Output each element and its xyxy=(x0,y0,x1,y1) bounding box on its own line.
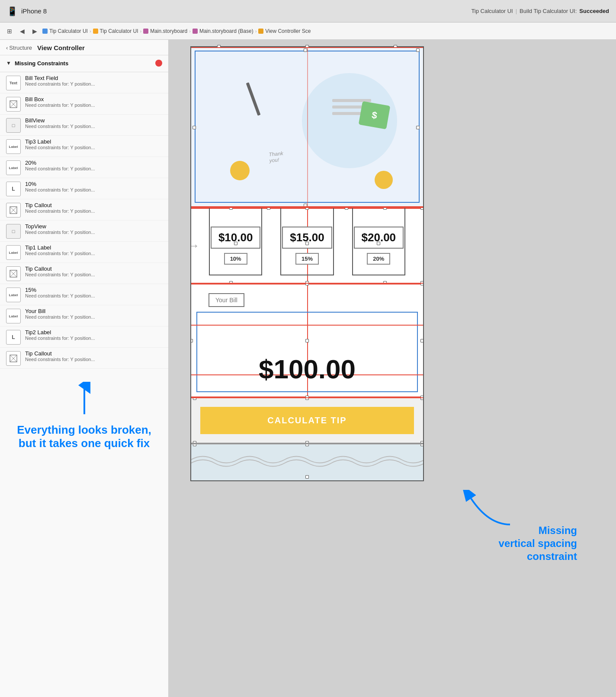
item-name: Bill Text Field xyxy=(25,75,95,81)
up-arrow-icon xyxy=(76,382,93,416)
handle-dot xyxy=(191,339,193,342)
item-desc: Need constraints for: Y position... xyxy=(25,166,95,171)
breadcrumb-label-5: View Controller Sce xyxy=(265,28,311,34)
handle-dot xyxy=(304,204,307,207)
your-bill-label: Your Bill xyxy=(209,293,244,307)
label-icon: Label xyxy=(6,288,21,302)
list-item[interactable]: □ TopView Need constraints for: Y positi… xyxy=(0,221,168,242)
item-name: Tip Callout xyxy=(25,350,95,357)
structure-label: Structure xyxy=(9,45,32,51)
list-item[interactable]: Tip Callout Need constraints for: Y posi… xyxy=(0,263,168,284)
view-icon: □ xyxy=(6,224,21,239)
item-desc: Need constraints for: Y position... xyxy=(25,208,95,214)
panel-header: ‹ Structure View Controller xyxy=(0,40,168,55)
item-text-group: Bill Box Need constraints for: Y positio… xyxy=(25,96,95,108)
breadcrumb-item-1[interactable]: Tip Calculator UI xyxy=(42,28,88,34)
handle-dot xyxy=(305,284,309,285)
wavy-section xyxy=(191,444,423,480)
breadcrumb-label-3: Main.storyboard xyxy=(150,28,187,34)
item-text-group: Tip3 Label Need constraints for: Y posit… xyxy=(25,138,95,150)
tip-group-3: $20.00 20% xyxy=(354,227,404,265)
breadcrumb-item-2[interactable]: Tip Calculator UI xyxy=(93,28,138,34)
item-text-group: Tip2 Label Need constraints for: Y posit… xyxy=(25,329,95,341)
wavy-lines-icon xyxy=(191,451,423,468)
item-name: 20% xyxy=(25,160,95,166)
item-name: TopView xyxy=(25,223,95,230)
list-item[interactable]: L Tip2 Label Need constraints for: Y pos… xyxy=(0,326,168,348)
triangle-icon: ▼ xyxy=(6,60,11,66)
item-text-group: 10% Need constraints for: Y position... xyxy=(25,181,95,192)
tip-amounts-section: → xyxy=(191,208,423,284)
constraints-title: Missing Constraints xyxy=(15,60,68,67)
chevron-icon-1: › xyxy=(90,29,91,34)
label-icon: Label xyxy=(6,309,21,323)
handle-dot xyxy=(193,398,196,400)
error-dot xyxy=(155,60,162,67)
item-desc: Need constraints for: Y position... xyxy=(25,102,95,108)
canvas-area: $ Thankyou! → xyxy=(169,40,616,697)
handle-dot xyxy=(420,444,423,446)
item-desc: Need constraints for: Y position... xyxy=(25,357,95,362)
project-title: Tip Calculator UI xyxy=(471,8,513,14)
title-bar-right: Tip Calculator UI | Build Tip Calculator… xyxy=(471,8,609,14)
item-desc: Need constraints for: Y position... xyxy=(25,293,95,298)
grid-button[interactable]: ⊞ xyxy=(4,26,15,36)
calculate-section: CALCULATE TIP xyxy=(191,398,423,444)
tip-amount-3: $20.00 xyxy=(354,227,404,249)
handle-dot xyxy=(305,339,309,342)
tip-groups-container: $10.00 10% $15.00 15% xyxy=(191,222,423,269)
item-text-group: Tip1 Label Need constraints for: Y posit… xyxy=(25,244,95,256)
l-icon: L xyxy=(6,182,21,196)
img-icon xyxy=(6,97,21,112)
view-icon: □ xyxy=(6,118,21,133)
handle-dot xyxy=(304,48,307,52)
constraint-list: Text Bill Text Field Need constraints fo… xyxy=(0,72,168,369)
label-icon: Label xyxy=(6,139,21,154)
item-text-group: 20% Need constraints for: Y position... xyxy=(25,160,95,171)
calculate-tip-button[interactable]: CALCULATE TIP xyxy=(200,407,414,434)
tip-group-2: $15.00 15% xyxy=(282,227,332,265)
handle-dot xyxy=(416,126,420,129)
list-item[interactable]: Bill Box Need constraints for: Y positio… xyxy=(0,93,168,115)
item-name: BillView xyxy=(25,117,95,124)
list-item[interactable]: Tip Callout Need constraints for: Y posi… xyxy=(0,348,168,369)
handle-dot xyxy=(420,339,423,342)
list-item[interactable]: Label 15% Need constraints for: Y positi… xyxy=(0,284,168,305)
item-desc: Need constraints for: Y position... xyxy=(25,187,95,192)
right-arrow-icon xyxy=(462,490,514,533)
list-item[interactable]: □ BillView Need constraints for: Y posit… xyxy=(0,115,168,136)
item-name: 10% xyxy=(25,181,95,187)
list-item[interactable]: Label Tip1 Label Need constraints for: Y… xyxy=(0,242,168,263)
bill-amount-display: $100.00 xyxy=(191,354,423,384)
title-bar: 📱 iPhone 8 Tip Calculator UI | Build Tip… xyxy=(0,0,616,22)
forward-button[interactable]: ▶ xyxy=(30,26,40,36)
item-text-group: Your Bill Need constraints for: Y positi… xyxy=(25,308,95,320)
l-icon: L xyxy=(6,330,21,345)
breadcrumb-icon-5 xyxy=(258,29,263,34)
tip-pct-2: 15% xyxy=(295,253,319,265)
breadcrumb-item-5[interactable]: View Controller Sce xyxy=(258,28,311,34)
list-item[interactable]: L 10% Need constraints for: Y position..… xyxy=(0,178,168,199)
item-desc: Need constraints for: Y position... xyxy=(25,314,95,320)
red-hline-bill-1 xyxy=(191,325,423,326)
list-item[interactable]: Tip Callout Need constraints for: Y posi… xyxy=(0,199,168,221)
constraints-section: ▼ Missing Constraints xyxy=(0,55,168,72)
bill-section: Your Bill $100.00 xyxy=(191,284,423,398)
item-desc: Need constraints for: Y position... xyxy=(25,81,95,86)
illus-coin-2 xyxy=(375,171,393,189)
list-item[interactable]: Text Bill Text Field Need constraints fo… xyxy=(0,72,168,93)
structure-back-button[interactable]: ‹ Structure xyxy=(6,45,32,51)
breadcrumb-item-4[interactable]: Main.storyboard (Base) xyxy=(192,28,253,34)
illus-thankyou-text: Thankyou! xyxy=(269,150,284,164)
list-item[interactable]: Label Your Bill Need constraints for: Y … xyxy=(0,305,168,326)
handle-dot xyxy=(305,444,309,446)
back-button[interactable]: ◀ xyxy=(17,26,27,36)
item-desc: Need constraints for: Y position... xyxy=(25,124,95,129)
chevron-icon-3: › xyxy=(189,29,191,34)
img-icon xyxy=(6,203,21,217)
list-item[interactable]: Label 20% Need constraints for: Y positi… xyxy=(0,157,168,178)
list-item[interactable]: Label Tip3 Label Need constraints for: Y… xyxy=(0,136,168,157)
handle-dot xyxy=(192,126,196,129)
label-icon: Label xyxy=(6,245,21,260)
breadcrumb-item-3[interactable]: Main.storyboard xyxy=(143,28,187,34)
